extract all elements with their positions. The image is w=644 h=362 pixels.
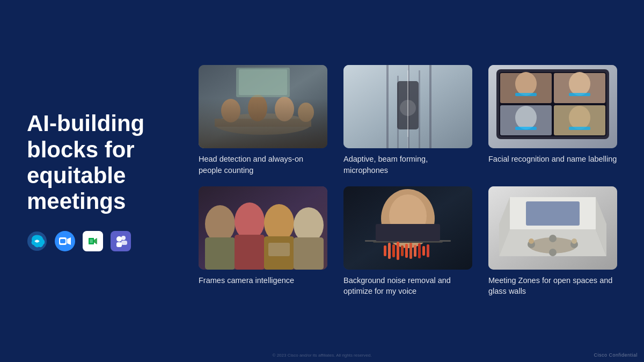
feature-label-head-detection: Head detection and always-on people coun…: [199, 154, 327, 176]
svg-rect-67: [414, 245, 416, 257]
svg-point-37: [569, 72, 590, 96]
svg-rect-10: [116, 242, 122, 247]
svg-point-47: [235, 202, 265, 240]
feature-frames-camera: Frames camera intelligence: [199, 186, 327, 297]
feature-label-facial-recognition: Facial recognition and name labelling: [488, 154, 617, 164]
svg-point-83: [572, 238, 577, 244]
svg-marker-2: [67, 237, 71, 245]
svg-rect-24: [419, 70, 420, 148]
feature-facial-recognition: Facial recognition and name labelling: [488, 65, 617, 176]
feature-img-facial-recognition: [488, 65, 617, 148]
feature-label-background-noise: Background noise removal and optimize fo…: [343, 275, 472, 297]
svg-rect-61: [388, 243, 391, 259]
feature-head-detection: Head detection and always-on people coun…: [199, 65, 327, 176]
feature-meeting-zones: Meeting Zones for open spaces and glass …: [488, 186, 617, 297]
svg-rect-25: [429, 65, 431, 148]
svg-point-79: [549, 235, 557, 242]
svg-rect-60: [384, 245, 386, 256]
feature-label-adaptive-beam: Adaptive, beam forming, microphones: [343, 154, 472, 176]
svg-point-81: [549, 249, 557, 256]
svg-rect-41: [569, 93, 590, 96]
feature-label-frames-camera: Frames camera intelligence: [199, 275, 327, 286]
svg-rect-62: [392, 244, 395, 257]
slide-footer: © 2023 Cisco and/or its affiliates. All …: [273, 353, 372, 358]
svg-rect-6: [90, 239, 93, 243]
svg-rect-42: [515, 127, 537, 130]
feature-img-adaptive-beam: [343, 65, 472, 148]
feature-img-frames-camera: [199, 186, 327, 270]
svg-rect-68: [418, 243, 421, 258]
svg-point-36: [515, 72, 537, 96]
svg-rect-63: [397, 242, 399, 260]
features-grid: Head detection and always-on people coun…: [188, 65, 617, 296]
feature-img-background-noise: [343, 186, 472, 270]
svg-rect-20: [343, 65, 472, 148]
svg-rect-64: [401, 245, 404, 256]
svg-point-27: [400, 100, 416, 116]
google-meet-logo: [83, 231, 103, 251]
teams-logo: [111, 231, 131, 251]
svg-rect-70: [427, 244, 429, 257]
svg-rect-59: [376, 224, 440, 241]
zoom-logo: [55, 231, 75, 251]
svg-rect-8: [121, 241, 127, 245]
confidential-label: Cisco Confidential: [594, 352, 638, 358]
feature-label-meeting-zones: Meeting Zones for open spaces and glass …: [488, 275, 617, 297]
left-panel: AI-building blocks for equitable meeting…: [27, 111, 188, 251]
logo-row: [27, 231, 177, 251]
webex-logo: [27, 231, 47, 251]
svg-rect-52: [294, 237, 324, 270]
svg-rect-40: [515, 93, 537, 96]
svg-point-7: [121, 236, 126, 240]
svg-point-14: [221, 99, 240, 122]
feature-adaptive-beam: Adaptive, beam forming, microphones: [343, 65, 472, 176]
slide: AI-building blocks for equitable meeting…: [0, 0, 644, 362]
svg-point-45: [205, 205, 235, 243]
main-title: AI-building blocks for equitable meeting…: [27, 111, 177, 214]
feature-img-head-detection: [199, 65, 327, 148]
svg-rect-76: [526, 201, 580, 226]
svg-rect-21: [386, 65, 389, 148]
svg-rect-48: [235, 235, 265, 270]
svg-rect-3: [60, 239, 65, 243]
feature-background-noise: Background noise removal and optimize fo…: [343, 186, 472, 297]
svg-rect-43: [569, 127, 590, 130]
svg-point-15: [248, 95, 267, 121]
svg-point-16: [275, 97, 294, 121]
svg-point-82: [529, 238, 534, 244]
svg-rect-66: [409, 243, 412, 259]
svg-point-49: [264, 204, 294, 242]
svg-rect-53: [268, 243, 290, 256]
svg-rect-46: [205, 237, 235, 270]
svg-rect-69: [422, 246, 425, 256]
svg-point-17: [298, 103, 314, 122]
svg-rect-13: [215, 119, 311, 127]
svg-point-38: [515, 106, 537, 129]
feature-img-meeting-zones: [488, 186, 617, 270]
svg-point-12: [215, 113, 311, 135]
svg-rect-19: [239, 69, 287, 95]
svg-rect-65: [405, 244, 408, 258]
svg-point-39: [569, 106, 590, 129]
svg-point-9: [116, 236, 122, 242]
